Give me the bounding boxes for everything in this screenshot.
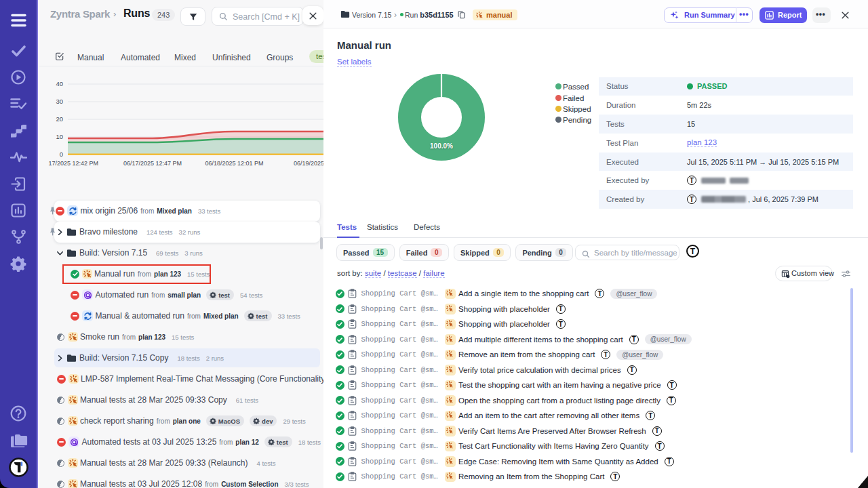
svg-text:10: 10 [56,133,63,140]
svg-text:30: 30 [56,98,63,105]
svg-text:40: 40 [56,80,63,87]
svg-text:100.0%: 100.0% [430,142,453,150]
svg-text:06/17/2025 12:47 PM: 06/17/2025 12:47 PM [123,160,182,167]
svg-text:06/18/2025 12:01 PM: 06/18/2025 12:01 PM [205,160,263,167]
svg-text:17/2025 12:42 PM: 17/2025 12:42 PM [49,160,99,167]
svg-text:20: 20 [56,115,63,123]
svg-text:06/19/2025: 06/19/2025 [294,160,323,167]
svg-text:0: 0 [60,150,63,158]
